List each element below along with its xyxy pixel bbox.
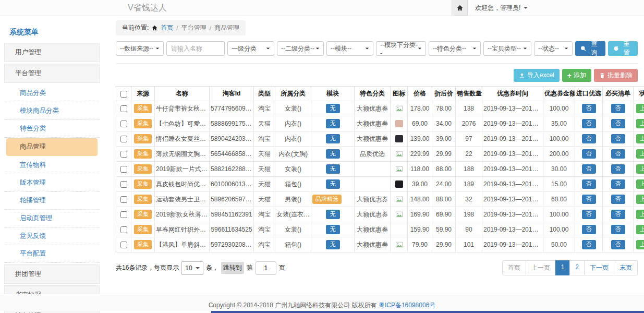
table-header-4: 类型 — [254, 87, 275, 101]
status-badge[interactable]: 上架 — [636, 164, 644, 173]
taoke-id: 565446685867 — [210, 147, 254, 162]
sidebar-item-1-6[interactable]: 轮播管理 — [4, 192, 100, 210]
page-button-5[interactable]: 末页 — [614, 260, 638, 275]
imported-toggle[interactable]: 否 — [582, 225, 596, 234]
sidebar-item-1-8[interactable]: 意见反馈 — [4, 227, 100, 245]
page-button-2[interactable]: 1 — [555, 260, 570, 275]
imported-toggle[interactable]: 否 — [582, 104, 596, 113]
imported-toggle[interactable]: 否 — [582, 164, 596, 173]
must-buy-toggle[interactable]: 否 — [611, 225, 625, 234]
page-button-4[interactable]: 下一页 — [584, 260, 614, 275]
home-button[interactable] — [452, 0, 468, 16]
price: 79.90 — [408, 237, 432, 252]
taoke-id: 598451162391 — [210, 207, 254, 222]
must-buy-toggle[interactable]: 否 — [611, 210, 625, 219]
page-button-3[interactable]: 2 — [569, 260, 585, 275]
reset-button[interactable]: 重置 — [608, 41, 638, 56]
user-menu[interactable]: 欢迎您，管理员! — [475, 4, 528, 13]
breadcrumb-label: 当前位置: — [122, 23, 149, 32]
bottom-scrollbar-thumb[interactable] — [211, 311, 644, 313]
filter-select-1[interactable]: 一级分类 — [227, 41, 274, 56]
must-buy-toggle[interactable]: 否 — [611, 149, 625, 158]
module-badge: 无 — [326, 104, 340, 113]
sidebar-item-1-4[interactable]: 宣传物料 — [4, 156, 100, 174]
sidebar-item-1-0[interactable]: 商品分类 — [4, 85, 100, 102]
row-checkbox[interactable] — [120, 242, 127, 248]
import-excel-button[interactable]: 导入excel — [514, 69, 560, 82]
discount-price: 34.00 — [432, 116, 456, 131]
must-buy-toggle[interactable]: 否 — [611, 195, 625, 203]
sidebar-group-2[interactable]: 拼团管理 — [4, 264, 100, 284]
filter-select-6[interactable]: --宝贝类型-- — [483, 41, 531, 56]
filter-select-5[interactable]: --特色分类-- — [429, 41, 481, 56]
imported-toggle[interactable]: 否 — [582, 134, 596, 143]
filter-select-4[interactable]: --模块下分类-- — [376, 41, 426, 56]
add-button[interactable]: + 添加 — [562, 69, 591, 82]
row-checkbox[interactable] — [120, 211, 127, 218]
imported-toggle[interactable]: 否 — [582, 210, 596, 219]
table-header-1: 来源 — [131, 87, 155, 101]
page-size-select[interactable]: 10 — [181, 261, 203, 275]
row-checkbox[interactable] — [120, 121, 127, 127]
imported-toggle[interactable]: 否 — [582, 179, 596, 188]
status-badge[interactable]: 上架 — [636, 210, 644, 219]
filter-select-0[interactable]: --数据来源-- — [116, 41, 164, 56]
batch-delete-button[interactable]: 批量删除 — [594, 69, 638, 82]
filter-select-7[interactable]: --状态-- — [534, 41, 573, 56]
product-name: 早春网红针织外套女春... — [155, 222, 210, 237]
query-button[interactable]: 查询 — [575, 41, 605, 56]
sidebar-item-1-1[interactable]: 模块商品分类 — [4, 102, 100, 120]
page-number-input[interactable] — [256, 261, 276, 275]
discount-price: 29.99 — [432, 147, 456, 162]
select-all-checkbox[interactable] — [120, 91, 127, 98]
sidebar: 系统菜单 用户管理平台管理商品分类模块商品分类特色分类商品管理宣传物料版本管理轮… — [4, 21, 100, 313]
status-badge[interactable]: 上架 — [636, 240, 644, 249]
sidebar-item-1-7[interactable]: 启动页管理 — [4, 210, 100, 227]
sidebar-item-1-9[interactable]: 平台配置 — [4, 245, 100, 263]
jump-button[interactable]: 跳转到 — [221, 262, 244, 274]
row-checkbox[interactable] — [120, 196, 127, 203]
must-buy-toggle[interactable]: 否 — [611, 240, 625, 249]
status-badge[interactable]: 上架 — [636, 149, 644, 158]
source-badge: 采集 — [134, 104, 152, 113]
broken-image-icon — [395, 196, 403, 203]
must-buy-toggle[interactable]: 否 — [611, 104, 625, 113]
status-badge[interactable]: 上架 — [636, 179, 644, 188]
must-buy-toggle[interactable]: 否 — [611, 164, 625, 173]
imported-toggle[interactable]: 否 — [582, 240, 596, 249]
status-badge[interactable]: 上架 — [636, 134, 644, 143]
must-buy-toggle[interactable]: 否 — [611, 179, 625, 188]
filter-select-value: --宝贝类型-- — [488, 44, 521, 53]
breadcrumb-home-link[interactable]: 首页 — [161, 23, 173, 32]
row-checkbox[interactable] — [120, 151, 127, 158]
sidebar-group-1[interactable]: 平台管理 — [4, 64, 100, 83]
sidebar-item-1-3[interactable]: 商品管理 — [6, 138, 98, 156]
row-checkbox[interactable] — [120, 136, 127, 142]
imported-toggle[interactable]: 否 — [582, 119, 596, 128]
row-checkbox[interactable] — [120, 166, 127, 173]
must-buy-toggle[interactable]: 否 — [611, 119, 625, 128]
icp-link[interactable]: 粤ICP备16098006号 — [379, 302, 435, 309]
row-checkbox[interactable] — [120, 105, 127, 112]
chevron-down-icon — [418, 47, 421, 49]
sidebar-item-1-2[interactable]: 特色分类 — [4, 120, 100, 138]
filter-select-3[interactable]: --模块-- — [326, 41, 373, 56]
sidebar-item-1-5[interactable]: 版本管理 — [4, 174, 100, 192]
must-buy-toggle[interactable]: 否 — [611, 134, 625, 143]
chevron-down-icon — [565, 47, 568, 49]
imported-toggle[interactable]: 否 — [582, 149, 596, 158]
name-filter-input[interactable] — [166, 41, 225, 56]
broken-image-icon — [395, 211, 403, 218]
coupon-time: 2019-09-13—2019-09-15 — [482, 192, 543, 207]
status-badge[interactable]: 上架 — [636, 104, 644, 113]
sidebar-group-0[interactable]: 用户管理 — [4, 43, 100, 62]
imported-toggle[interactable]: 否 — [582, 195, 596, 203]
filter-select-2[interactable]: --二级分类-- — [277, 41, 324, 56]
status-badge[interactable]: 上架 — [636, 225, 644, 234]
row-checkbox[interactable] — [120, 226, 127, 233]
row-checkbox[interactable] — [120, 181, 127, 188]
product-category: 内衣() — [275, 116, 311, 131]
status-badge[interactable]: 上架 — [636, 195, 644, 203]
status-badge[interactable]: 上架 — [636, 119, 644, 128]
discount-price: 24.00 — [432, 177, 456, 192]
